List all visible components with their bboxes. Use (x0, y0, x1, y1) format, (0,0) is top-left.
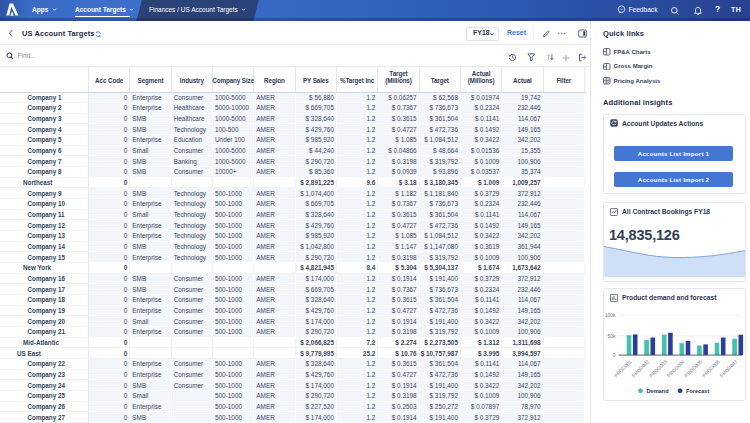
svg-text:PROD006: PROD006 (701, 359, 720, 378)
svg-text:PROD005: PROD005 (684, 359, 703, 378)
svg-text:0: 0 (613, 352, 616, 357)
svg-text:PROD002: PROD002 (631, 359, 650, 378)
svg-text:50k: 50k (608, 333, 616, 338)
svg-text:PROD003: PROD003 (649, 359, 668, 378)
svg-text:Forecast: Forecast (686, 388, 709, 394)
svg-text:100k: 100k (605, 313, 616, 318)
svg-text:PROD007: PROD007 (719, 359, 738, 378)
svg-text:Demand: Demand (647, 388, 670, 394)
svg-text:PROD004: PROD004 (666, 359, 685, 378)
svg-text:PROD001: PROD001 (613, 359, 632, 378)
